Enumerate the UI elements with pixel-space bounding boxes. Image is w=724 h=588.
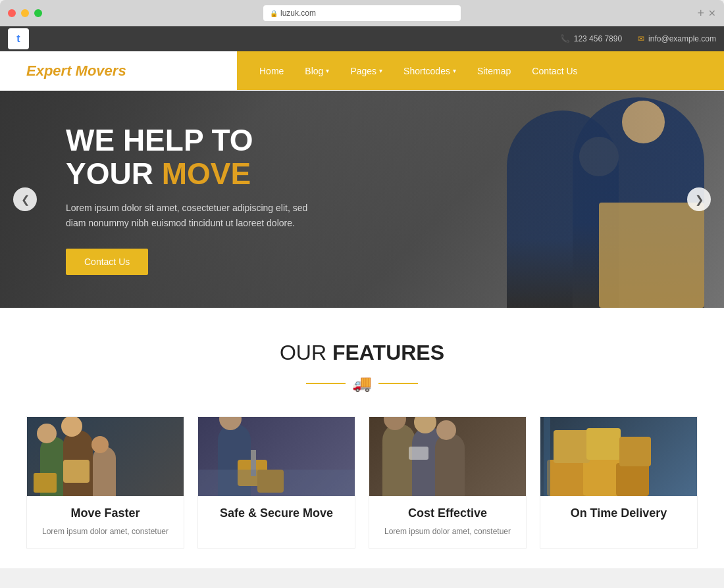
feature-card-body-4: On Time Delivery bbox=[540, 496, 697, 536]
address-bar[interactable]: 🔒 luzuk.com bbox=[263, 5, 461, 21]
pages-chevron-icon: ▾ bbox=[379, 67, 382, 74]
hero-title-highlight: MOVE bbox=[162, 157, 251, 191]
lock-icon: 🔒 bbox=[270, 10, 278, 17]
feature-image-people bbox=[369, 417, 526, 496]
hero-box bbox=[599, 203, 704, 308]
divider-line-right bbox=[378, 383, 418, 384]
nav-shortcodes[interactable]: Shortcodes ▾ bbox=[394, 61, 465, 82]
website-content: t 📞 123 456 7890 ✉ info@example.com Expe… bbox=[0, 26, 724, 568]
blog-chevron-icon: ▾ bbox=[326, 67, 329, 74]
feature-card-safe: Safe & Secure Move bbox=[197, 416, 355, 549]
nav-blog[interactable]: Blog ▾ bbox=[296, 61, 338, 82]
site-logo: t bbox=[8, 28, 29, 49]
features-title: OUR FEATURES bbox=[26, 341, 698, 365]
phone-icon: 📞 bbox=[560, 34, 570, 43]
url-text: luzuk.com bbox=[280, 9, 316, 18]
site-header: Expert Movers Home Blog ▾ Pages ▾ Shortc… bbox=[0, 51, 724, 91]
email-address: info@example.com bbox=[648, 34, 716, 43]
phone-info: 📞 123 456 7890 bbox=[560, 34, 622, 43]
phone-number: 123 456 7890 bbox=[574, 34, 622, 43]
feature-image-moving bbox=[198, 417, 355, 496]
feature-card-delivery: On Time Delivery bbox=[540, 416, 698, 549]
nav-sitemap[interactable]: Sitemap bbox=[468, 61, 520, 82]
features-header: OUR FEATURES 🚚 bbox=[26, 341, 698, 393]
browser-titlebar: 🔒 luzuk.com + ✕ bbox=[0, 0, 724, 26]
feature-card-desc-1: Lorem ipsum dolor amet, constetuer bbox=[38, 526, 173, 537]
feature-card-title-3: Cost Effective bbox=[380, 506, 515, 520]
feature-card-desc-3: Lorem ipsum dolor amet, constetuer bbox=[380, 526, 515, 537]
feature-image-family bbox=[27, 417, 184, 496]
hero-section: WE HELP TO YOUR MOVE Lorem ipsum dolor s… bbox=[0, 91, 724, 308]
feature-card-body-2: Safe & Secure Move bbox=[198, 496, 355, 536]
feature-card-move-faster: Move Faster Lorem ipsum dolor amet, cons… bbox=[26, 416, 184, 549]
truck-icon: 🚚 bbox=[352, 374, 372, 393]
feature-card-title-1: Move Faster bbox=[38, 506, 173, 520]
feature-card-title-2: Safe & Secure Move bbox=[209, 506, 344, 520]
feature-card-body-3: Cost Effective Lorem ipsum dolor amet, c… bbox=[369, 496, 526, 548]
email-info: ✉ info@example.com bbox=[638, 34, 716, 43]
chevron-left-icon: ❮ bbox=[21, 193, 30, 206]
features-section: OUR FEATURES 🚚 bbox=[0, 308, 724, 568]
main-nav: Home Blog ▾ Pages ▾ Shortcodes ▾ Sitemap bbox=[237, 51, 724, 90]
hero-title-line1: WE HELP TO bbox=[66, 124, 316, 157]
nav-home[interactable]: Home bbox=[250, 61, 293, 82]
hero-cta-button[interactable]: Contact Us bbox=[66, 249, 148, 275]
chevron-right-icon: ❯ bbox=[695, 193, 704, 206]
close-button[interactable]: ✕ bbox=[708, 8, 716, 18]
hero-content: WE HELP TO YOUR MOVE Lorem ipsum dolor s… bbox=[66, 124, 316, 275]
hero-prev-button[interactable]: ❮ bbox=[13, 187, 37, 211]
divider-line-left bbox=[306, 383, 346, 384]
logo-area: Expert Movers bbox=[0, 51, 237, 90]
features-title-normal: OUR bbox=[280, 341, 332, 364]
features-divider: 🚚 bbox=[26, 374, 698, 393]
minimize-dot[interactable] bbox=[21, 9, 29, 17]
shortcodes-chevron-icon: ▾ bbox=[453, 67, 456, 74]
features-title-bold: FEATURES bbox=[332, 341, 444, 364]
email-icon: ✉ bbox=[638, 34, 644, 43]
browser-window: 🔒 luzuk.com + ✕ t 📞 123 456 7890 ✉ info@… bbox=[0, 0, 724, 568]
features-grid: Move Faster Lorem ipsum dolor amet, cons… bbox=[26, 416, 698, 549]
feature-card-cost: Cost Effective Lorem ipsum dolor amet, c… bbox=[369, 416, 527, 549]
nav-pages[interactable]: Pages ▾ bbox=[341, 61, 392, 82]
feature-card-body-1: Move Faster Lorem ipsum dolor amet, cons… bbox=[27, 496, 184, 548]
hero-title-line2: YOUR MOVE bbox=[66, 157, 316, 191]
new-tab-button[interactable]: + bbox=[697, 7, 704, 19]
site-title: Expert Movers bbox=[26, 62, 126, 80]
hero-title: WE HELP TO YOUR MOVE bbox=[66, 124, 316, 190]
nav-contact[interactable]: Contact Us bbox=[523, 61, 586, 82]
hero-description: Lorem ipsum dolor sit amet, cosectetuer … bbox=[66, 201, 316, 230]
maximize-dot[interactable] bbox=[34, 9, 42, 17]
feature-card-title-4: On Time Delivery bbox=[551, 506, 686, 520]
site-topbar: t 📞 123 456 7890 ✉ info@example.com bbox=[0, 26, 724, 51]
hero-next-button[interactable]: ❯ bbox=[687, 187, 711, 211]
browser-dots bbox=[8, 9, 42, 17]
close-dot[interactable] bbox=[8, 9, 16, 17]
feature-image-packages bbox=[540, 417, 697, 496]
